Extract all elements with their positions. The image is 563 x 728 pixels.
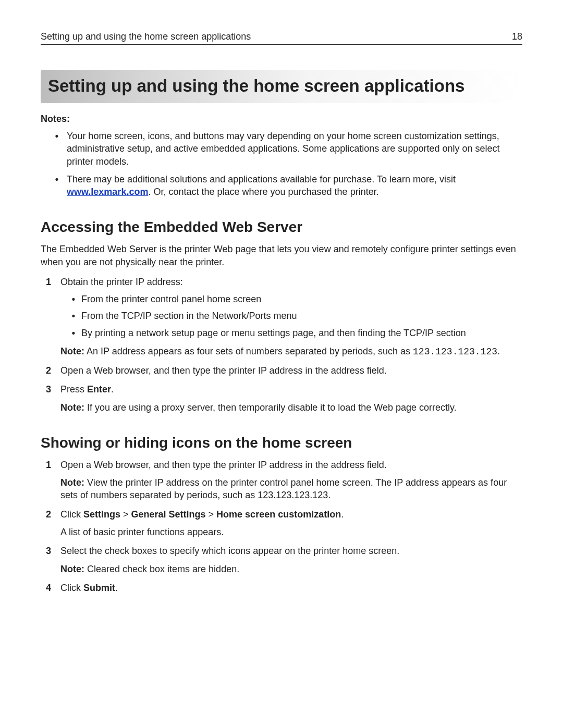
step-text: Obtain the printer IP address: [60, 277, 183, 287]
document-page: Setting up and using the home screen app… [0, 0, 563, 728]
notes-label: Notes: [41, 114, 522, 125]
step-text: Select the check boxes to specify which … [60, 546, 399, 556]
step-note: Note: If you are using a proxy server, t… [60, 401, 522, 414]
note-label: Note: [60, 477, 84, 488]
step-bold: General Settings [131, 509, 206, 520]
step: Open a Web browser, and then type the pr… [46, 459, 522, 502]
step-bold: Enter [87, 384, 111, 394]
note-text: If you are using a proxy server, then te… [84, 402, 457, 413]
section-intro: The Embedded Web Server is the printer W… [41, 243, 522, 268]
section-heading: Accessing the Embedded Web Server [41, 219, 522, 236]
external-link[interactable]: www.lexmark.com [67, 187, 148, 197]
step-sub-bullets: From the printer control panel home scre… [60, 292, 522, 339]
notes-item: Your home screen, icons, and buttons may… [64, 130, 522, 168]
step: Click Submit. [46, 582, 522, 594]
step-note: Note: View the printer IP address on the… [60, 476, 522, 502]
note-text: View the printer IP address on the print… [60, 477, 507, 500]
step: Open a Web browser, and then type the pr… [46, 364, 522, 377]
step-bold: Submit [83, 583, 115, 593]
note-text: Cleared check box items are hidden. [84, 564, 239, 574]
notes-item: There may be additional solutions and ap… [64, 173, 522, 199]
step-bold: Home screen customization [216, 509, 341, 520]
step-bold: Settings [83, 509, 120, 520]
page-number: 18 [512, 31, 522, 42]
step-pre: Press [60, 384, 87, 394]
step-text: Open a Web browser, and then type the pr… [60, 460, 387, 470]
note-label: Note: [60, 346, 84, 356]
step: Press Enter. Note: If you are using a pr… [46, 383, 522, 414]
note-text: An IP address appears as four sets of nu… [84, 346, 413, 356]
step-after: A list of basic printer functions appear… [60, 526, 522, 538]
step: Click Settings > General Settings > Home… [46, 508, 522, 539]
chapter-title: Setting up and using the home screen app… [41, 70, 522, 103]
step-post: . [111, 384, 114, 394]
note-post: . [497, 346, 500, 356]
notes-item-post: . Or, contact the place where you purcha… [148, 187, 378, 197]
running-title: Setting up and using the home screen app… [41, 31, 251, 42]
section-b-steps: Open a Web browser, and then type the pr… [41, 459, 522, 594]
step-sep: > [120, 509, 131, 520]
sub-bullet: By printing a network setup page or menu… [80, 326, 522, 340]
section-a-steps: Obtain the printer IP address: From the … [41, 276, 522, 414]
notes-item-pre: There may be additional solutions and ap… [67, 174, 456, 184]
running-header: Setting up and using the home screen app… [41, 31, 522, 45]
step-note: Note: Cleared check box items are hidden… [60, 563, 522, 575]
sub-bullet: From the printer control panel home scre… [80, 292, 522, 306]
sub-bullet: From the TCP/IP section in the Network/P… [80, 309, 522, 323]
note-code: 123.123.123.123 [413, 347, 497, 357]
step: Obtain the printer IP address: From the … [46, 276, 522, 358]
step-pre: Click [60, 509, 83, 520]
step-pre: Click [60, 583, 83, 593]
step-sep: > [206, 509, 217, 520]
step-note: Note: An IP address appears as four sets… [60, 345, 522, 358]
step-post: . [341, 509, 344, 520]
step-post: . [115, 583, 118, 593]
note-label: Note: [60, 564, 84, 574]
step: Select the check boxes to specify which … [46, 545, 522, 575]
notes-list: Your home screen, icons, and buttons may… [41, 130, 522, 198]
note-label: Note: [60, 402, 84, 413]
section-heading: Showing or hiding icons on the home scre… [41, 435, 522, 451]
